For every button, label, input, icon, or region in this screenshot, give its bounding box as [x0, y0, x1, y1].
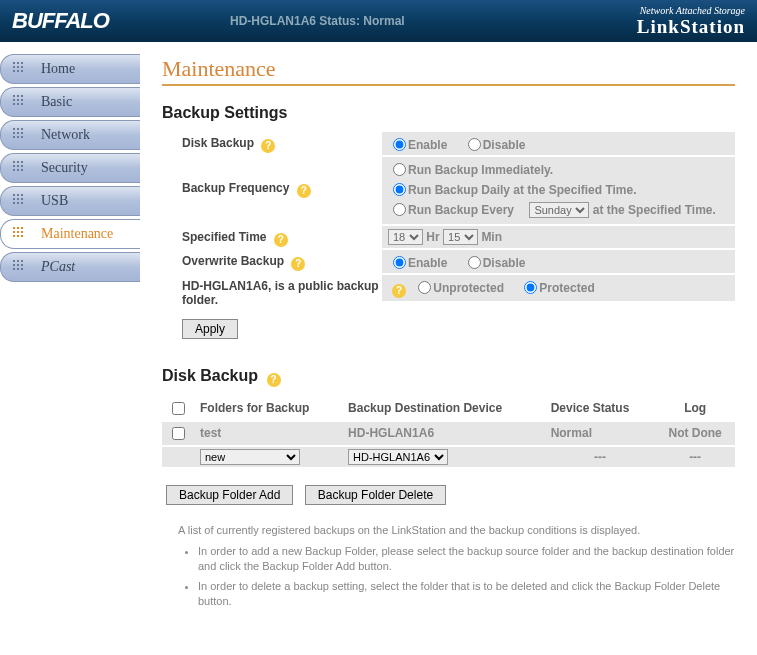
protected-option[interactable]: Protected — [519, 281, 594, 295]
nav-label: Basic — [41, 94, 72, 110]
app-header: BUFFALO HD-HGLAN1A6 Status: Normal Netwo… — [0, 0, 757, 42]
label-text: Disk Backup — [182, 136, 254, 150]
row-checkbox[interactable] — [172, 427, 185, 440]
nav-label: Network — [41, 127, 90, 143]
sidebar: Home Basic Network Security USB Maintena… — [0, 42, 140, 636]
nav-home[interactable]: Home — [0, 54, 140, 84]
overwrite-disable[interactable]: Disable — [463, 256, 526, 270]
hr-label: Hr — [426, 230, 439, 244]
nav-label: USB — [41, 193, 68, 209]
dots-icon — [13, 194, 27, 208]
table-row: new HD-HGLAN1A6 --- --- — [162, 446, 735, 467]
col-dest: Backup Destination Device — [342, 397, 545, 421]
specified-time-label: Specified Time ? — [162, 226, 382, 247]
help-icon[interactable]: ? — [267, 373, 281, 387]
disk-backup-table: Folders for Backup Backup Destination De… — [162, 397, 735, 467]
disk-backup-value: Enable Disable — [382, 132, 735, 155]
brand-tagline: Network Attached Storage — [637, 5, 745, 16]
backup-folder-delete-button[interactable]: Backup Folder Delete — [305, 485, 446, 505]
col-log: Log — [655, 397, 735, 421]
radio-ow-disable[interactable] — [468, 256, 481, 269]
dots-icon — [13, 95, 27, 109]
log-cell: Not Done — [655, 421, 735, 446]
table-header-row: Folders for Backup Backup Destination De… — [162, 397, 735, 421]
nav-network[interactable]: Network — [0, 120, 140, 150]
dest-cell: HD-HGLAN1A6 — [342, 421, 545, 446]
unprotected-option[interactable]: Unprotected — [413, 281, 504, 295]
dots-icon — [13, 62, 27, 76]
label-text: Overwrite Backup — [182, 254, 284, 268]
dest-select[interactable]: HD-HGLAN1A6 — [348, 449, 448, 465]
help-icon[interactable]: ? — [261, 139, 275, 153]
brand-logo: BUFFALO — [0, 8, 109, 34]
settings-grid: Disk Backup ? Enable Disable Backup Freq… — [162, 132, 735, 307]
nav-label: Maintenance — [41, 226, 113, 242]
radio-disable[interactable] — [468, 138, 481, 151]
label-text: Specified Time — [182, 230, 266, 244]
hour-select[interactable]: 18 — [388, 229, 423, 245]
radio-unprotected[interactable] — [418, 281, 431, 294]
disk-backup-disable[interactable]: Disable — [463, 138, 526, 152]
radio-every[interactable] — [393, 203, 406, 216]
specified-time-value: 18 Hr 15 Min — [382, 226, 735, 248]
brand-area: Network Attached Storage LinkStation — [637, 5, 745, 38]
nav-label: Security — [41, 160, 88, 176]
help-icon[interactable]: ? — [392, 284, 406, 298]
disk-backup-label: Disk Backup ? — [162, 132, 382, 153]
nav-pcast[interactable]: PCast — [0, 252, 140, 282]
freq-every[interactable]: Run Backup Every — [388, 203, 514, 217]
folder-cell: test — [194, 421, 342, 446]
backup-folder-add-button[interactable]: Backup Folder Add — [166, 485, 293, 505]
dots-icon — [13, 128, 27, 142]
freq-day-select[interactable]: Sunday — [529, 202, 589, 218]
nav-usb[interactable]: USB — [0, 186, 140, 216]
dots-icon — [13, 260, 27, 274]
radio-enable[interactable] — [393, 138, 406, 151]
nav-security[interactable]: Security — [0, 153, 140, 183]
overwrite-enable[interactable]: Enable — [388, 256, 447, 270]
label-text: HD-HGLAN1A6, is a public backup folder. — [182, 279, 379, 307]
nav-label: Home — [41, 61, 75, 77]
apply-button[interactable]: Apply — [182, 319, 238, 339]
help-icon[interactable]: ? — [274, 233, 288, 247]
help-icon[interactable]: ? — [291, 257, 305, 271]
folder-select[interactable]: new — [200, 449, 300, 465]
radio-protected[interactable] — [524, 281, 537, 294]
freq-daily[interactable]: Run Backup Daily at the Specified Time. — [388, 183, 637, 197]
col-status: Device Status — [545, 397, 656, 421]
status-cell: --- — [545, 446, 656, 467]
public-folder-value: ? Unprotected Protected — [382, 275, 735, 301]
select-all-checkbox[interactable] — [172, 402, 185, 415]
dots-icon — [13, 227, 27, 241]
overwrite-value: Enable Disable — [382, 250, 735, 273]
notes-bullet: In order to add a new Backup Folder, ple… — [198, 544, 735, 575]
disk-backup-enable[interactable]: Enable — [388, 138, 447, 152]
overwrite-label: Overwrite Backup ? — [162, 250, 382, 271]
title-text: Disk Backup — [162, 367, 258, 384]
page-title: Maintenance — [162, 56, 735, 86]
nav-basic[interactable]: Basic — [0, 87, 140, 117]
radio-immediate[interactable] — [393, 163, 406, 176]
device-status: HD-HGLAN1A6 Status: Normal — [230, 14, 405, 28]
min-label: Min — [481, 230, 502, 244]
radio-ow-enable[interactable] — [393, 256, 406, 269]
help-icon[interactable]: ? — [297, 184, 311, 198]
freq-immediate[interactable]: Run Backup Immediately. — [388, 163, 553, 177]
brand-product: LinkStation — [637, 16, 745, 38]
notes: A list of currently registered backups o… — [178, 523, 735, 610]
table-row: test HD-HGLAN1A6 Normal Not Done — [162, 421, 735, 446]
backup-frequency-value: Run Backup Immediately. Run Backup Daily… — [382, 157, 735, 224]
dots-icon — [13, 161, 27, 175]
log-cell: --- — [655, 446, 735, 467]
min-select[interactable]: 15 — [443, 229, 478, 245]
status-cell: Normal — [545, 421, 656, 446]
label-text: Backup Frequency — [182, 181, 289, 195]
nav-maintenance[interactable]: Maintenance — [0, 219, 140, 249]
main-content: Maintenance Backup Settings Disk Backup … — [140, 42, 757, 636]
freq-post-text: at the Specified Time. — [593, 203, 716, 217]
radio-daily[interactable] — [393, 183, 406, 196]
backup-frequency-label: Backup Frequency ? — [162, 157, 382, 198]
nav-label: PCast — [41, 259, 75, 275]
notes-bullet: In order to delete a backup setting, sel… — [198, 579, 735, 610]
notes-intro: A list of currently registered backups o… — [178, 523, 735, 538]
